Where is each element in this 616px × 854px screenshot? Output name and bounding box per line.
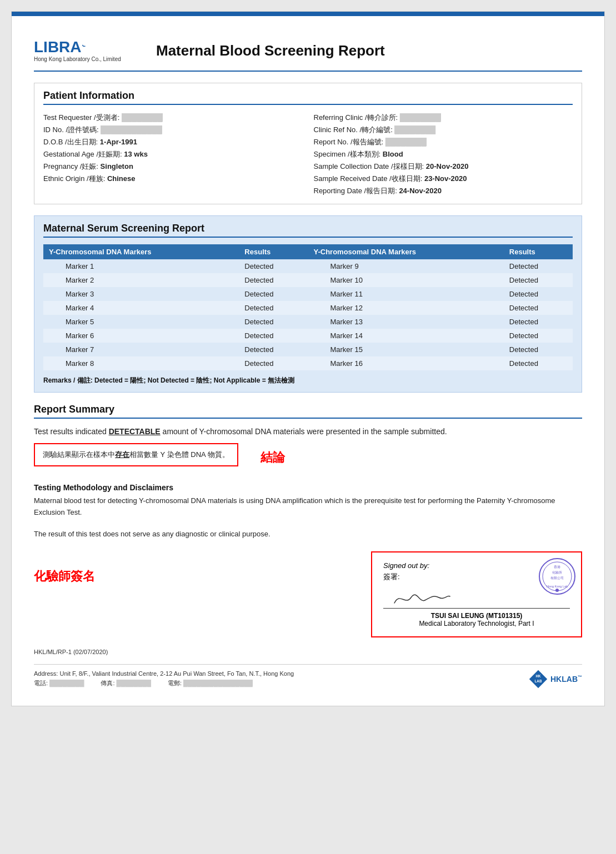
- address-line: Address: Unit F, 8/F., Valiant Industria…: [34, 670, 528, 677]
- report-title: Maternal Blood Screening Report: [156, 42, 385, 59]
- patient-right-col: Referring Clinic /轉介診所: ████████ Clinic …: [314, 112, 573, 197]
- methodology-text1: Maternal blood test for detecting Y-chro…: [34, 495, 582, 519]
- svg-text:香港: 香港: [554, 565, 560, 569]
- right-marker-name: Marker 16: [308, 356, 503, 370]
- left-marker-name: Marker 1: [43, 259, 239, 273]
- left-marker-name: Marker 4: [43, 301, 239, 315]
- svg-text:化驗所: 化驗所: [552, 571, 562, 574]
- svg-text:有限公司: 有限公司: [550, 576, 564, 580]
- left-marker-name: Marker 2: [43, 273, 239, 287]
- methodology-heading: Testing Methodology and Disclaimers: [34, 483, 582, 492]
- hklab-diamond-icon: HK LAB: [528, 669, 548, 689]
- footer-ref: HKL/ML/RP-1 (02/07/2020): [34, 649, 582, 655]
- right-marker-result: Detected: [504, 273, 573, 287]
- logo-subtitle: Hong Kong Laboratory Co., Limited: [34, 56, 145, 62]
- table-row: Marker 2 Detected Marker 10 Detected: [43, 273, 573, 287]
- col2-header: Results: [239, 244, 308, 259]
- col4-header: Results: [504, 244, 573, 259]
- jie-lun-label: 結論: [261, 449, 285, 466]
- right-marker-result: Detected: [504, 301, 573, 315]
- patient-row-id: ID No. /證件號碼: ████████████: [43, 124, 303, 136]
- contact-info: 電話: ████████ 傳真: ████████ 電郵: ██████████…: [34, 679, 528, 687]
- chemist-label: 化驗師簽名: [34, 551, 371, 637]
- serum-heading: Maternal Serum Screening Report: [43, 223, 573, 238]
- signer-name: TSUI SAI LEUNG (MT101315): [383, 612, 570, 620]
- svg-text:HK: HK: [535, 674, 541, 678]
- markers-table: Y-Chromosomal DNA Markers Results Y-Chro…: [43, 244, 573, 370]
- left-marker-name: Marker 6: [43, 329, 239, 343]
- fax: 傳真: ████████: [101, 679, 151, 687]
- logo-text: LIBRA⦦: [34, 39, 145, 55]
- left-marker-result: Detected: [239, 273, 308, 287]
- col3-header: Y-Chromosomal DNA Markers: [308, 244, 503, 259]
- left-marker-name: Marker 8: [43, 356, 239, 370]
- right-marker-name: Marker 13: [308, 315, 503, 329]
- svg-text:LAB: LAB: [535, 679, 542, 683]
- table-row: Marker 4 Detected Marker 12 Detected: [43, 301, 573, 315]
- summary-section: Report Summary Test results indicated DE…: [34, 404, 582, 472]
- page: LIBRA⦦ Hong Kong Laboratory Co., Limited…: [11, 11, 605, 706]
- methodology-section: Testing Methodology and Disclaimers Mate…: [34, 483, 582, 540]
- summary-text-line1: Test results indicated DETECTABLE amount…: [34, 425, 582, 438]
- logo-area: LIBRA⦦ Hong Kong Laboratory Co., Limited: [34, 39, 145, 62]
- patient-info-section: Patient Information Test Requester /受測者:…: [34, 83, 582, 204]
- right-marker-name: Marker 15: [308, 343, 503, 356]
- left-marker-result: Detected: [239, 259, 308, 273]
- left-marker-name: Marker 7: [43, 343, 239, 356]
- detectable-highlight: DETECTABLE: [109, 427, 161, 436]
- sign-box: 香港 化驗所 有限公司 Hong Kong Lab Signed out by:…: [371, 551, 582, 637]
- left-marker-result: Detected: [239, 287, 308, 301]
- patient-row-report-no: Report No. /報告編號: ████████: [314, 136, 573, 148]
- left-marker-name: Marker 3: [43, 287, 239, 301]
- methodology-text2: The result of this test does not serve a…: [34, 529, 582, 540]
- libra-logo: LIBRA⦦ Hong Kong Laboratory Co., Limited: [34, 39, 145, 62]
- patient-info-grid: Test Requester /受測者: ████████ ID No. /證件…: [43, 112, 573, 197]
- left-marker-name: Marker 5: [43, 315, 239, 329]
- table-row: Marker 3 Detected Marker 11 Detected: [43, 287, 573, 301]
- right-marker-result: Detected: [504, 329, 573, 343]
- signature-area: 化驗師簽名 香港 化驗所 有限公司 Hong Kong Lab Signed o…: [34, 551, 582, 637]
- conclusion-row: 測驗結果顯示在樣本中存在相當數量 Y 染色體 DNA 物質。 結論: [34, 443, 582, 472]
- patient-row-received-date: Sample Received Date /收樣日期: 23-Nov-2020: [314, 173, 573, 185]
- signer-title: Medical Laboratory Technologist, Part I: [383, 620, 570, 627]
- right-marker-result: Detected: [504, 343, 573, 356]
- patient-row-clinic: Referring Clinic /轉介診所: ████████: [314, 112, 573, 124]
- patient-row-clinic-ref: Clinic Ref No. /轉介編號: ████████: [314, 124, 573, 136]
- right-marker-result: Detected: [504, 259, 573, 273]
- right-marker-name: Marker 10: [308, 273, 503, 287]
- table-row: Marker 5 Detected Marker 13 Detected: [43, 315, 573, 329]
- conclusion-chinese: 測驗結果顯示在樣本中存在相當數量 Y 染色體 DNA 物質。: [43, 450, 229, 460]
- patient-row-specimen: Specimen /樣本類別: Blood: [314, 148, 573, 160]
- right-marker-result: Detected: [504, 287, 573, 301]
- table-row: Marker 7 Detected Marker 15 Detected: [43, 343, 573, 356]
- hklab-text: HKLAB™: [550, 675, 582, 684]
- left-marker-result: Detected: [239, 301, 308, 315]
- summary-heading: Report Summary: [34, 404, 582, 419]
- remarks: Remarks / 備註: Detected = 陽性; Not Detecte…: [43, 376, 573, 385]
- patient-row-requester: Test Requester /受測者: ████████: [43, 112, 303, 124]
- table-row: Marker 1 Detected Marker 9 Detected: [43, 259, 573, 273]
- table-row: Marker 8 Detected Marker 16 Detected: [43, 356, 573, 370]
- patient-row-gestational: Gestational Age /妊娠期: 13 wks: [43, 148, 303, 160]
- email: 電郵: ████████████████: [168, 679, 253, 687]
- patient-row-ethnic: Ethnic Origin /種族: Chinese: [43, 173, 303, 185]
- phone1: 電話: ████████: [34, 679, 84, 687]
- left-marker-result: Detected: [239, 315, 308, 329]
- right-marker-name: Marker 11: [308, 287, 503, 301]
- address-text: Address: Unit F, 8/F., Valiant Industria…: [34, 670, 528, 687]
- left-marker-result: Detected: [239, 343, 308, 356]
- hklab-logo: HK LAB HKLAB™: [528, 669, 582, 689]
- right-marker-result: Detected: [504, 315, 573, 329]
- col1-header: Y-Chromosomal DNA Markers: [43, 244, 239, 259]
- conclusion-underline: 存在: [115, 450, 129, 459]
- footer-address: Address: Unit F, 8/F., Valiant Industria…: [34, 664, 582, 689]
- right-marker-name: Marker 9: [308, 259, 503, 273]
- left-marker-result: Detected: [239, 329, 308, 343]
- top-bar: [12, 12, 604, 16]
- header: LIBRA⦦ Hong Kong Laboratory Co., Limited…: [34, 39, 582, 72]
- left-marker-result: Detected: [239, 356, 308, 370]
- patient-left-col: Test Requester /受測者: ████████ ID No. /證件…: [43, 112, 303, 197]
- patient-row-pregnancy: Pregnancy /妊娠: Singleton: [43, 160, 303, 173]
- patient-row-dob: D.O.B /出生日期: 1-Apr-1991: [43, 136, 303, 148]
- right-marker-result: Detected: [504, 356, 573, 370]
